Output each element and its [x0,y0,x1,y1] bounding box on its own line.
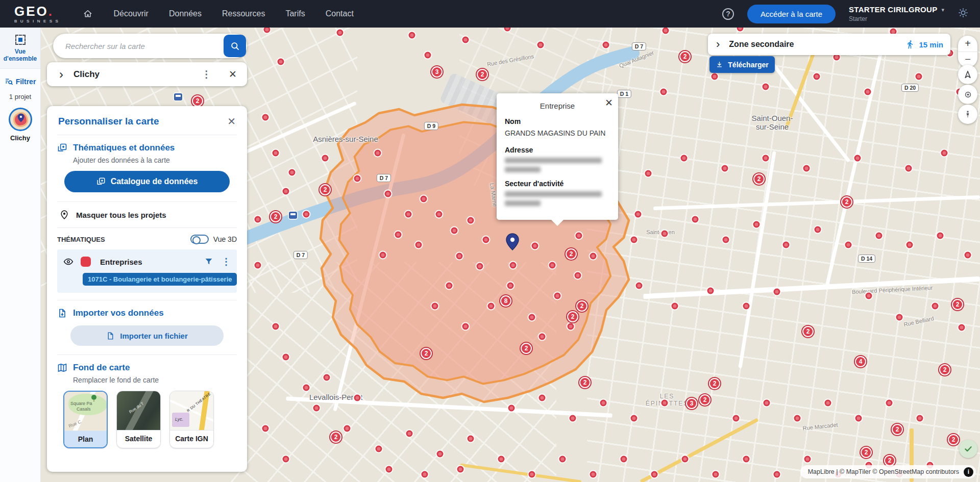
nav-item-4[interactable]: Tarifs [285,9,305,18]
download-button[interactable]: Télécharger [709,56,775,73]
business-marker[interactable] [549,262,556,269]
business-marker[interactable] [876,233,883,239]
business-marker[interactable] [631,237,638,243]
business-cluster-marker[interactable]: 2 [192,95,203,107]
theme-toggle-icon[interactable] [958,7,969,20]
business-marker[interactable] [663,28,669,34]
business-marker[interactable] [289,169,296,176]
business-marker[interactable] [733,415,740,422]
business-marker[interactable] [575,272,581,279]
account-menu[interactable]: STARTER CIRILGROUP Starter ▾ [849,5,944,22]
business-marker[interactable] [937,233,944,239]
business-marker[interactable] [405,211,412,218]
business-cluster-marker[interactable]: 2 [521,343,532,354]
toggle-off-icon[interactable] [190,235,209,244]
close-icon[interactable]: ✕ [229,68,237,80]
popup-close-icon[interactable]: ✕ [605,97,613,109]
business-marker[interactable] [906,242,913,248]
status-check-button[interactable] [959,440,977,458]
business-marker[interactable] [590,253,597,260]
search-button[interactable] [224,35,246,57]
business-marker[interactable] [681,155,688,162]
business-marker[interactable] [866,293,872,299]
business-cluster-marker[interactable]: 2 [952,299,963,310]
business-marker[interactable] [774,471,780,478]
business-marker[interactable] [631,415,638,422]
business-marker[interactable] [415,242,422,248]
business-marker[interactable] [462,37,469,43]
basemap-satellite[interactable]: Rue du TSatellite [116,391,161,448]
panel-close-icon[interactable]: ✕ [227,115,236,128]
business-marker[interactable] [815,226,821,233]
business-marker[interactable] [855,415,862,422]
business-marker[interactable] [498,456,505,463]
business-marker[interactable] [559,456,566,463]
business-marker[interactable] [672,303,678,310]
chevron-right-icon[interactable]: › [716,39,720,50]
business-cluster-marker[interactable]: 2 [699,394,710,405]
business-cluster-marker[interactable]: 2 [841,196,852,208]
business-cluster-marker[interactable]: 2 [330,432,341,443]
business-marker[interactable] [660,89,667,95]
business-marker[interactable] [421,196,427,202]
project-avatar-clichy[interactable] [9,108,32,131]
business-marker[interactable] [278,59,284,65]
business-cluster-marker[interactable]: 2 [477,69,488,80]
business-marker[interactable] [375,150,381,157]
business-marker[interactable] [451,227,458,234]
business-marker[interactable] [825,400,831,407]
business-marker[interactable] [722,165,728,172]
business-marker[interactable] [457,466,464,473]
business-marker[interactable] [682,456,689,463]
business-marker[interactable] [409,32,415,39]
business-marker[interactable] [662,400,668,407]
zoom-in-button[interactable]: + [958,36,977,52]
business-marker[interactable] [385,191,391,197]
business-cluster-marker[interactable]: 2 [884,455,895,466]
layer-color-swatch[interactable] [81,257,91,267]
pegman-button[interactable] [958,105,977,124]
business-marker[interactable] [468,436,474,442]
business-marker[interactable] [707,288,714,294]
business-marker[interactable] [354,175,361,182]
business-marker[interactable] [692,216,699,223]
business-marker[interactable] [354,395,361,401]
business-marker[interactable] [529,314,535,321]
metro-station-icon[interactable] [174,93,182,100]
business-cluster-marker[interactable]: 2 [567,311,578,322]
business-marker[interactable] [603,42,609,48]
business-cluster-marker[interactable]: 2 [320,184,331,195]
nav-item-1[interactable]: Découvrir [113,9,148,18]
business-cluster-marker[interactable]: 2 [270,211,281,222]
business-marker[interactable] [713,471,719,478]
business-marker[interactable] [324,374,330,381]
business-marker[interactable] [774,289,780,295]
business-marker[interactable] [488,303,495,310]
business-cluster-marker[interactable]: 2 [421,348,432,359]
business-marker[interactable] [959,324,965,331]
business-cluster-marker[interactable]: 2 [579,377,591,388]
business-marker[interactable] [651,471,658,478]
business-marker[interactable] [255,262,261,269]
business-marker[interactable] [753,221,760,228]
business-marker[interactable] [570,415,576,422]
business-marker[interactable] [854,155,861,162]
business-marker[interactable] [941,150,948,157]
nav-item-2[interactable]: Données [169,9,202,18]
business-marker[interactable] [337,30,344,36]
business-marker[interactable] [723,237,729,243]
business-marker[interactable] [965,252,971,259]
business-marker[interactable] [568,323,574,330]
business-marker[interactable] [804,456,811,463]
business-marker[interactable] [539,395,546,401]
eye-icon[interactable] [63,257,74,267]
home-icon[interactable] [83,9,93,19]
business-marker[interactable] [917,415,923,422]
business-marker[interactable] [322,155,329,162]
business-marker[interactable] [916,73,922,80]
business-marker[interactable] [529,471,535,478]
business-cluster-marker[interactable]: 2 [802,326,814,337]
business-marker[interactable] [255,216,261,223]
business-marker[interactable] [645,170,652,177]
business-marker[interactable] [380,252,386,259]
